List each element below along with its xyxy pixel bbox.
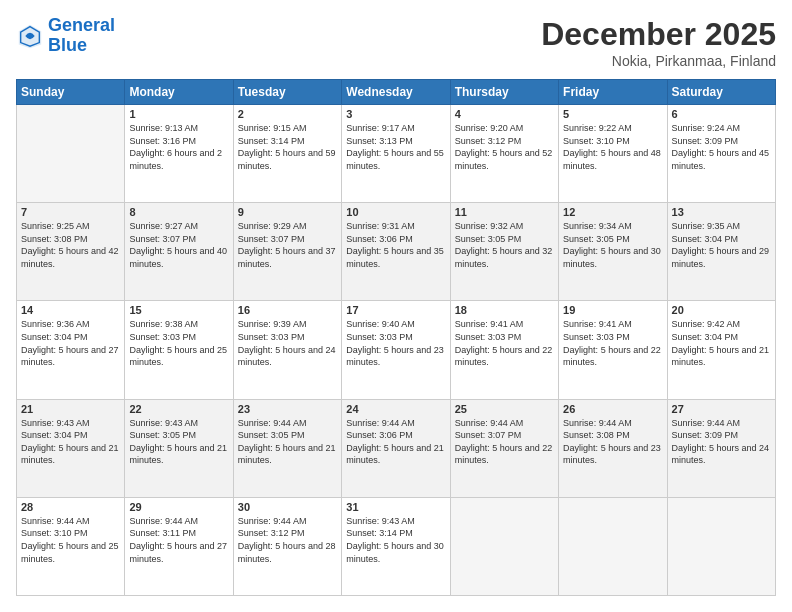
table-row: 12Sunrise: 9:34 AMSunset: 3:05 PMDayligh… [559,203,667,301]
table-row: 29Sunrise: 9:44 AMSunset: 3:11 PMDayligh… [125,497,233,595]
col-wednesday: Wednesday [342,80,450,105]
calendar-week-row: 1Sunrise: 9:13 AMSunset: 3:16 PMDaylight… [17,105,776,203]
cell-info: Sunrise: 9:27 AMSunset: 3:07 PMDaylight:… [129,220,228,270]
day-number: 8 [129,206,228,218]
table-row: 13Sunrise: 9:35 AMSunset: 3:04 PMDayligh… [667,203,775,301]
table-row: 27Sunrise: 9:44 AMSunset: 3:09 PMDayligh… [667,399,775,497]
day-number: 31 [346,501,445,513]
cell-info: Sunrise: 9:44 AMSunset: 3:11 PMDaylight:… [129,515,228,565]
calendar-table: Sunday Monday Tuesday Wednesday Thursday… [16,79,776,596]
day-number: 12 [563,206,662,218]
table-row [667,497,775,595]
day-number: 3 [346,108,445,120]
day-number: 17 [346,304,445,316]
header: General Blue December 2025 Nokia, Pirkan… [16,16,776,69]
table-row [17,105,125,203]
cell-info: Sunrise: 9:38 AMSunset: 3:03 PMDaylight:… [129,318,228,368]
location: Nokia, Pirkanmaa, Finland [541,53,776,69]
table-row: 10Sunrise: 9:31 AMSunset: 3:06 PMDayligh… [342,203,450,301]
cell-info: Sunrise: 9:44 AMSunset: 3:10 PMDaylight:… [21,515,120,565]
day-number: 1 [129,108,228,120]
col-tuesday: Tuesday [233,80,341,105]
cell-info: Sunrise: 9:34 AMSunset: 3:05 PMDaylight:… [563,220,662,270]
cell-info: Sunrise: 9:20 AMSunset: 3:12 PMDaylight:… [455,122,554,172]
day-number: 15 [129,304,228,316]
table-row: 17Sunrise: 9:40 AMSunset: 3:03 PMDayligh… [342,301,450,399]
cell-info: Sunrise: 9:36 AMSunset: 3:04 PMDaylight:… [21,318,120,368]
table-row: 15Sunrise: 9:38 AMSunset: 3:03 PMDayligh… [125,301,233,399]
table-row: 1Sunrise: 9:13 AMSunset: 3:16 PMDaylight… [125,105,233,203]
table-row: 3Sunrise: 9:17 AMSunset: 3:13 PMDaylight… [342,105,450,203]
table-row: 19Sunrise: 9:41 AMSunset: 3:03 PMDayligh… [559,301,667,399]
title-block: December 2025 Nokia, Pirkanmaa, Finland [541,16,776,69]
day-number: 23 [238,403,337,415]
cell-info: Sunrise: 9:40 AMSunset: 3:03 PMDaylight:… [346,318,445,368]
logo-text: General Blue [48,16,115,56]
day-number: 16 [238,304,337,316]
cell-info: Sunrise: 9:43 AMSunset: 3:14 PMDaylight:… [346,515,445,565]
page: General Blue December 2025 Nokia, Pirkan… [0,0,792,612]
cell-info: Sunrise: 9:41 AMSunset: 3:03 PMDaylight:… [563,318,662,368]
day-number: 19 [563,304,662,316]
col-thursday: Thursday [450,80,558,105]
cell-info: Sunrise: 9:35 AMSunset: 3:04 PMDaylight:… [672,220,771,270]
cell-info: Sunrise: 9:31 AMSunset: 3:06 PMDaylight:… [346,220,445,270]
table-row: 26Sunrise: 9:44 AMSunset: 3:08 PMDayligh… [559,399,667,497]
day-number: 6 [672,108,771,120]
table-row: 7Sunrise: 9:25 AMSunset: 3:08 PMDaylight… [17,203,125,301]
cell-info: Sunrise: 9:29 AMSunset: 3:07 PMDaylight:… [238,220,337,270]
table-row: 9Sunrise: 9:29 AMSunset: 3:07 PMDaylight… [233,203,341,301]
cell-info: Sunrise: 9:41 AMSunset: 3:03 PMDaylight:… [455,318,554,368]
table-row: 14Sunrise: 9:36 AMSunset: 3:04 PMDayligh… [17,301,125,399]
table-row: 25Sunrise: 9:44 AMSunset: 3:07 PMDayligh… [450,399,558,497]
logo-icon [16,22,44,50]
day-number: 22 [129,403,228,415]
day-number: 11 [455,206,554,218]
cell-info: Sunrise: 9:44 AMSunset: 3:07 PMDaylight:… [455,417,554,467]
day-number: 14 [21,304,120,316]
cell-info: Sunrise: 9:44 AMSunset: 3:08 PMDaylight:… [563,417,662,467]
day-number: 27 [672,403,771,415]
calendar-header-row: Sunday Monday Tuesday Wednesday Thursday… [17,80,776,105]
day-number: 24 [346,403,445,415]
cell-info: Sunrise: 9:44 AMSunset: 3:06 PMDaylight:… [346,417,445,467]
calendar-week-row: 14Sunrise: 9:36 AMSunset: 3:04 PMDayligh… [17,301,776,399]
table-row: 18Sunrise: 9:41 AMSunset: 3:03 PMDayligh… [450,301,558,399]
table-row [559,497,667,595]
table-row: 11Sunrise: 9:32 AMSunset: 3:05 PMDayligh… [450,203,558,301]
table-row: 24Sunrise: 9:44 AMSunset: 3:06 PMDayligh… [342,399,450,497]
col-saturday: Saturday [667,80,775,105]
day-number: 10 [346,206,445,218]
cell-info: Sunrise: 9:43 AMSunset: 3:05 PMDaylight:… [129,417,228,467]
cell-info: Sunrise: 9:42 AMSunset: 3:04 PMDaylight:… [672,318,771,368]
table-row: 31Sunrise: 9:43 AMSunset: 3:14 PMDayligh… [342,497,450,595]
col-monday: Monday [125,80,233,105]
table-row: 21Sunrise: 9:43 AMSunset: 3:04 PMDayligh… [17,399,125,497]
cell-info: Sunrise: 9:24 AMSunset: 3:09 PMDaylight:… [672,122,771,172]
table-row: 5Sunrise: 9:22 AMSunset: 3:10 PMDaylight… [559,105,667,203]
calendar-week-row: 21Sunrise: 9:43 AMSunset: 3:04 PMDayligh… [17,399,776,497]
day-number: 13 [672,206,771,218]
day-number: 21 [21,403,120,415]
table-row: 23Sunrise: 9:44 AMSunset: 3:05 PMDayligh… [233,399,341,497]
cell-info: Sunrise: 9:39 AMSunset: 3:03 PMDaylight:… [238,318,337,368]
month-title: December 2025 [541,16,776,53]
table-row: 28Sunrise: 9:44 AMSunset: 3:10 PMDayligh… [17,497,125,595]
cell-info: Sunrise: 9:44 AMSunset: 3:05 PMDaylight:… [238,417,337,467]
table-row: 16Sunrise: 9:39 AMSunset: 3:03 PMDayligh… [233,301,341,399]
table-row: 8Sunrise: 9:27 AMSunset: 3:07 PMDaylight… [125,203,233,301]
day-number: 20 [672,304,771,316]
col-sunday: Sunday [17,80,125,105]
day-number: 2 [238,108,337,120]
table-row: 30Sunrise: 9:44 AMSunset: 3:12 PMDayligh… [233,497,341,595]
cell-info: Sunrise: 9:17 AMSunset: 3:13 PMDaylight:… [346,122,445,172]
day-number: 4 [455,108,554,120]
day-number: 28 [21,501,120,513]
table-row: 6Sunrise: 9:24 AMSunset: 3:09 PMDaylight… [667,105,775,203]
table-row: 2Sunrise: 9:15 AMSunset: 3:14 PMDaylight… [233,105,341,203]
day-number: 5 [563,108,662,120]
cell-info: Sunrise: 9:44 AMSunset: 3:12 PMDaylight:… [238,515,337,565]
cell-info: Sunrise: 9:13 AMSunset: 3:16 PMDaylight:… [129,122,228,172]
table-row [450,497,558,595]
table-row: 20Sunrise: 9:42 AMSunset: 3:04 PMDayligh… [667,301,775,399]
